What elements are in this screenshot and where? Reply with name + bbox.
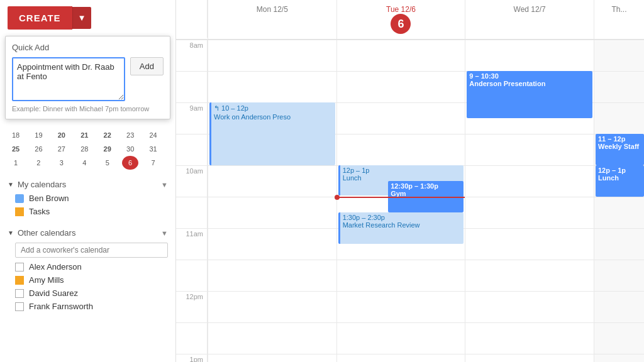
mini-cal-day[interactable]: 25 — [8, 142, 24, 156]
mini-cal-day[interactable]: 31 — [145, 142, 162, 156]
mini-cal-day[interactable]: 21 — [76, 128, 92, 142]
event-thu-lunch[interactable]: 12p – 1pLunch — [596, 165, 644, 197]
mini-cal-day[interactable]: 20 — [53, 128, 70, 142]
my-calendars-arrow: ▼ — [8, 181, 14, 188]
mini-cal-day[interactable]: 27 — [53, 142, 70, 156]
mini-cal-day[interactable]: 19 — [30, 128, 47, 142]
time-930 — [176, 134, 207, 165]
calendar-item-frank[interactable]: Frank Farnsworth — [0, 300, 175, 313]
tue-1pm[interactable] — [337, 354, 465, 362]
amy-color — [15, 276, 24, 285]
mon-header: Mon 12/5 — [208, 0, 336, 39]
thu-1030[interactable] — [594, 197, 644, 228]
thu-1130[interactable] — [594, 260, 644, 291]
thu-8am[interactable] — [594, 40, 644, 71]
calendar-item-amy[interactable]: Amy Mills — [0, 273, 175, 287]
create-button[interactable]: CREATE — [8, 6, 72, 30]
david-checkbox[interactable] — [15, 289, 24, 298]
mon-1230[interactable] — [208, 322, 336, 354]
other-calendars-header[interactable]: ▼ Other calendars ▼ — [0, 223, 175, 240]
time-830 — [176, 71, 207, 102]
quick-add-add-button[interactable]: Add — [130, 57, 164, 75]
quick-add-example: Example: Dinner with Michael 7pm tomorro… — [12, 105, 164, 112]
mini-cal-day[interactable]: 22 — [99, 128, 116, 142]
time-1pm: 1pm — [176, 354, 207, 362]
frank-label: Frank Farnsworth — [29, 302, 93, 311]
quick-add-row: Appointment with Dr. Raab at Fento Add — [12, 57, 164, 101]
alex-checkbox[interactable] — [15, 263, 24, 272]
mon-12pm[interactable] — [208, 291, 336, 322]
calendar-item-ben-brown[interactable]: Ben Brown — [0, 192, 175, 205]
mini-calendar: 18 19 20 21 22 23 24 25 26 27 28 29 30 3… — [0, 126, 175, 175]
create-dropdown-button[interactable]: ▼ — [72, 7, 91, 29]
calendar-item-alex[interactable]: Alex Anderson — [0, 260, 175, 273]
wed-12pm[interactable] — [465, 291, 594, 322]
mini-cal-day[interactable]: 24 — [145, 128, 162, 142]
event-anderson-presentation[interactable]: 9 – 10:30Anderson Presentation — [467, 71, 592, 118]
wed-1pm[interactable] — [465, 354, 594, 362]
mini-cal-day[interactable]: 2 — [30, 156, 47, 170]
event-weekly-staff[interactable]: 11 – 12pWeekly Staff — [596, 134, 644, 165]
wed-930[interactable] — [465, 134, 594, 165]
mini-cal-day[interactable]: 4 — [76, 156, 92, 170]
thu-12pm[interactable] — [594, 291, 644, 322]
mon-11am[interactable] — [208, 228, 336, 260]
my-calendars-header[interactable]: ▼ My calendars ▼ — [0, 175, 175, 192]
mini-cal-day[interactable]: 26 — [30, 142, 47, 156]
my-calendars-settings-icon[interactable]: ▼ — [161, 181, 168, 189]
mini-cal-day[interactable]: 23 — [122, 128, 138, 142]
mini-cal-day[interactable]: 1 — [8, 156, 24, 170]
tue-label: Tue 12/6 — [340, 5, 463, 14]
quick-add-title: Quick Add — [12, 43, 164, 52]
tue-1130[interactable] — [337, 260, 465, 291]
thu-label: Th... — [597, 5, 641, 14]
mini-cal-day[interactable]: 5 — [99, 156, 116, 170]
tue-12pm[interactable] — [337, 291, 465, 322]
calendar-item-tasks[interactable]: Tasks — [0, 205, 175, 218]
ben-brown-label: Ben Brown — [29, 194, 69, 203]
quick-add-input[interactable]: Appointment with Dr. Raab at Fento — [12, 57, 125, 101]
mini-cal-day[interactable]: 7 — [145, 156, 162, 170]
mon-column: ↰ 10 – 12pWork on Anderson Preso — [208, 40, 336, 362]
time-9am: 9am — [176, 102, 207, 134]
wed-1230[interactable] — [465, 322, 594, 354]
event-market-research[interactable]: 1:30p – 2:30pMarket Research Review — [338, 212, 464, 244]
tue-830[interactable] — [337, 71, 465, 102]
thu-11am[interactable] — [594, 228, 644, 260]
wed-1030[interactable] — [465, 197, 594, 228]
wed-11am[interactable] — [465, 228, 594, 260]
time-header — [176, 0, 208, 38]
thu-9am[interactable] — [594, 102, 644, 134]
mini-cal-day[interactable]: 3 — [53, 156, 70, 170]
mini-cal-day[interactable]: 30 — [122, 142, 138, 156]
thu-1pm[interactable] — [594, 354, 644, 362]
mini-cal-day[interactable]: 18 — [8, 128, 24, 142]
thu-1230[interactable] — [594, 322, 644, 354]
tue-8am[interactable] — [337, 40, 465, 71]
mon-10am[interactable] — [208, 165, 336, 197]
frank-checkbox[interactable] — [15, 302, 24, 311]
mon-1pm[interactable] — [208, 354, 336, 362]
calendar-item-david[interactable]: David Suarez — [0, 287, 175, 300]
tue-930[interactable] — [337, 134, 465, 165]
create-area: CREATE ▼ — [0, 0, 175, 36]
mini-cal-day[interactable]: 28 — [76, 142, 92, 156]
coworker-calendar-input[interactable] — [15, 243, 168, 258]
time-1230 — [176, 322, 207, 354]
mon-1030[interactable] — [208, 197, 336, 228]
tue-9am[interactable] — [337, 102, 465, 134]
mon-830[interactable] — [208, 71, 336, 102]
wed-8am[interactable] — [465, 40, 594, 71]
mini-cal-day[interactable]: 29 — [99, 142, 116, 156]
wed-1130[interactable] — [465, 260, 594, 291]
thu-column: 11 – 12pWeekly Staff 12p – 1pLunch — [594, 40, 644, 362]
mon-1130[interactable] — [208, 260, 336, 291]
thu-830[interactable] — [594, 71, 644, 102]
mon-8am[interactable] — [208, 40, 336, 71]
mini-cal-today[interactable]: 6 — [122, 156, 138, 170]
event-work-anderson[interactable]: ↰ 10 – 12pWork on Anderson Preso — [209, 102, 335, 165]
tasks-color — [15, 207, 24, 216]
wed-10am[interactable] — [465, 165, 594, 197]
tue-1230[interactable] — [337, 322, 465, 354]
other-calendars-settings-icon[interactable]: ▼ — [161, 229, 168, 237]
